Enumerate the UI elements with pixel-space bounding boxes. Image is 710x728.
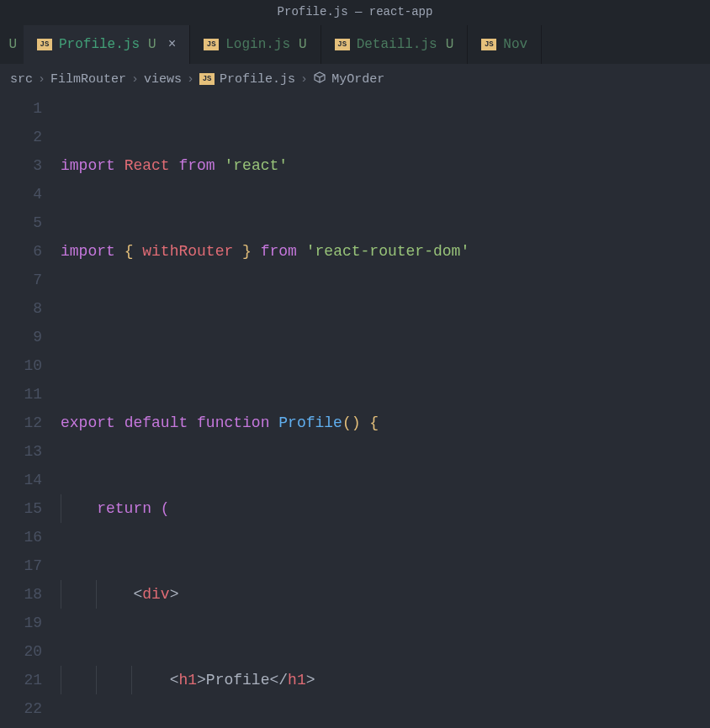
line-number: 4 <box>0 180 42 208</box>
breadcrumb-item[interactable]: Profile.js <box>220 72 295 87</box>
line-number: 6 <box>0 237 42 266</box>
tab-bar: U JS Profile.js U × JS Login.js U JS Det… <box>0 25 710 64</box>
js-icon: JS <box>199 73 215 85</box>
tab-profile[interactable]: JS Profile.js U × <box>24 25 190 64</box>
tab-filename: Nov <box>503 37 527 52</box>
line-number: 20 <box>0 637 42 666</box>
line-number: 11 <box>0 380 42 409</box>
tab-nov[interactable]: JS Nov <box>468 25 542 64</box>
line-number: 10 <box>0 351 42 380</box>
tab-status: U <box>148 37 156 52</box>
code-line[interactable]: import { withRouter } from 'react-router… <box>61 237 710 266</box>
tab-detail[interactable]: JS Detaill.js U <box>321 25 469 64</box>
breadcrumb-item[interactable]: src <box>10 72 33 87</box>
breadcrumb-item[interactable]: FilmRouter <box>50 72 126 87</box>
line-number: 17 <box>0 551 42 580</box>
line-number: 14 <box>0 466 42 494</box>
line-number: 5 <box>0 208 42 237</box>
line-number: 9 <box>0 323 42 351</box>
line-number: 2 <box>0 123 42 151</box>
breadcrumb-item[interactable]: MyOrder <box>331 72 384 87</box>
tab-partial-left[interactable]: U <box>0 25 24 64</box>
js-icon: JS <box>481 39 496 50</box>
line-number: 15 <box>0 494 42 523</box>
symbol-icon <box>313 71 326 87</box>
line-number: 12 <box>0 409 42 437</box>
tab-status: U <box>299 37 307 52</box>
line-number: 7 <box>0 266 42 294</box>
breadcrumb-item[interactable]: views <box>144 72 182 87</box>
line-number: 1 <box>0 94 42 123</box>
chevron-right-icon: › <box>187 72 194 87</box>
code-content[interactable]: import React from 'react' import { withR… <box>61 94 710 728</box>
js-icon: JS <box>204 39 219 50</box>
title-bar: Profile.js — react-app <box>0 0 710 25</box>
line-number: 21 <box>0 666 42 694</box>
line-number: 8 <box>0 294 42 323</box>
chevron-right-icon: › <box>38 72 45 87</box>
js-icon: JS <box>335 39 350 50</box>
line-number: 16 <box>0 523 42 551</box>
tab-status: U <box>446 37 454 52</box>
code-line[interactable]: import React from 'react' <box>61 151 710 180</box>
code-line[interactable]: return ( <box>61 494 710 523</box>
breadcrumb[interactable]: src › FilmRouter › views › JS Profile.js… <box>0 64 710 94</box>
line-number: 13 <box>0 437 42 466</box>
line-number-gutter: 1 2 3 4 5 6 7 8 9 10 11 12 13 14 15 16 1… <box>0 94 61 728</box>
close-icon[interactable]: × <box>168 37 177 52</box>
chevron-right-icon: › <box>300 72 308 87</box>
line-number: 22 <box>0 694 42 723</box>
window-title: Profile.js — react-app <box>278 5 433 18</box>
js-icon: JS <box>37 39 52 50</box>
line-number: 19 <box>0 609 42 637</box>
code-line[interactable]: export default function Profile() { <box>61 409 710 437</box>
line-number: 3 <box>0 151 42 180</box>
code-line[interactable] <box>61 323 710 351</box>
code-editor[interactable]: 1 2 3 4 5 6 7 8 9 10 11 12 13 14 15 16 1… <box>0 94 710 728</box>
chevron-right-icon: › <box>131 72 139 87</box>
tab-filename: Detaill.js <box>357 37 437 52</box>
line-number: 18 <box>0 580 42 609</box>
tab-filename: Login.js <box>225 37 290 52</box>
code-line[interactable]: <h1>Profile</h1> <box>61 666 710 694</box>
tab-login[interactable]: JS Login.js U <box>190 25 321 64</box>
code-line[interactable]: <div> <box>61 580 710 609</box>
tab-filename: Profile.js <box>59 37 140 52</box>
